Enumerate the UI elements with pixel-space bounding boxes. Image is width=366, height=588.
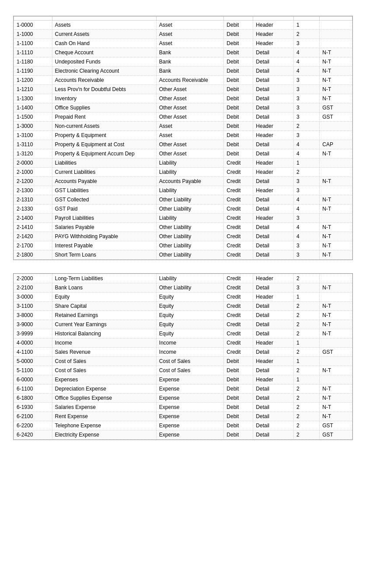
table-cell: Debit: [224, 67, 253, 76]
table-cell: [320, 39, 352, 48]
table-cell: Credit: [224, 283, 253, 292]
table-cell: 6-2200: [14, 421, 52, 430]
table-cell: Accounts Payable: [52, 177, 156, 186]
table-row: 1-1000Current AssetsAssetDebitHeader2: [14, 30, 352, 39]
table-cell: Detail: [253, 283, 294, 292]
table-body: 1-0000AssetsAssetDebitHeader11-1000Curre…: [14, 21, 352, 260]
table-cell: 1-3110: [14, 140, 52, 149]
table-cell: 2-1420: [14, 232, 52, 241]
table-cell: GST: [320, 348, 352, 357]
table-cell: Short Term Loans: [52, 250, 156, 260]
table-cell: 2-1400: [14, 214, 52, 223]
table-cell: 5-1100: [14, 366, 52, 375]
table-cell: Credit: [224, 232, 253, 241]
table-cell: Inventory: [52, 94, 156, 103]
table-cell: 1: [294, 21, 320, 30]
table-cell: Electronic Clearing Account: [52, 67, 156, 76]
table-cell: Detail: [253, 421, 294, 430]
table-cell: N-T: [320, 366, 352, 375]
table-cell: [320, 30, 352, 39]
table-cell: 2-1000: [14, 168, 52, 177]
table-row: 1-3110Property & Equipment at CostOther …: [14, 140, 352, 149]
table-row: 2-1310GST CollectedOther LiabilityCredit…: [14, 195, 352, 204]
table-cell: Liability: [156, 274, 224, 283]
table-cell: Bank: [156, 67, 224, 76]
table-cell: 1-1210: [14, 85, 52, 94]
table-row: 1-1200Accounts ReceivableAccounts Receiv…: [14, 76, 352, 85]
table-cell: Current Assets: [52, 30, 156, 39]
table-cell: [320, 357, 352, 366]
table-cell: 5-0000: [14, 357, 52, 366]
table-row: 3-0000EquityEquityCreditHeader1: [14, 292, 352, 302]
table-cell: Current Liabilities: [52, 168, 156, 177]
table-row: 3-8000Retained EarningsEquityCreditDetai…: [14, 311, 352, 320]
table-cell: 4: [294, 57, 320, 67]
table-cell: Header: [253, 158, 294, 168]
table-cell: Equity: [156, 320, 224, 329]
table-cell: 1-1400: [14, 103, 52, 113]
table-cell: Header: [253, 375, 294, 384]
table-row: 2-1410Salaries PayableOther LiabilityCre…: [14, 223, 352, 232]
table-cell: 2: [294, 403, 320, 412]
table-cell: Credit: [224, 274, 253, 283]
table-cell: Credit: [224, 338, 253, 348]
table-cell: 2: [294, 366, 320, 375]
table-row: 2-0000LiabilitiesLiabilityCreditHeader1: [14, 158, 352, 168]
table-cell: 1-1190: [14, 67, 52, 76]
table-cell: Debit: [224, 103, 253, 113]
table-cell: [320, 214, 352, 223]
table-cell: 2: [294, 384, 320, 394]
table-cell: Asset: [156, 131, 224, 140]
table-cell: Bank: [156, 48, 224, 57]
table-cell: PAYG Withholding Payable: [52, 232, 156, 241]
table-cell: [320, 21, 352, 30]
col-header-account: [52, 17, 156, 21]
table-cell: Credit: [224, 204, 253, 214]
table-cell: 1: [294, 375, 320, 384]
table-cell: Detail: [253, 384, 294, 394]
table-cell: Detail: [253, 223, 294, 232]
table-cell: N-T: [320, 223, 352, 232]
table-row: 1-0000AssetsAssetDebitHeader1: [14, 21, 352, 30]
table-cell: Cost of Sales: [156, 366, 224, 375]
table-cell: Detail: [253, 57, 294, 67]
table-cell: Header: [253, 21, 294, 30]
table-cell: 3-1100: [14, 302, 52, 311]
table-row: 1-1300InventoryOther AssetDebitDetail3N-…: [14, 94, 352, 103]
table-cell: N-T: [320, 76, 352, 85]
table-cell: CAP: [320, 140, 352, 149]
table-cell: Payroll Liabilities: [52, 214, 156, 223]
table-cell: GST: [320, 421, 352, 430]
table-cell: Expense: [156, 421, 224, 430]
table-cell: 2-1310: [14, 195, 52, 204]
table-cell: Credit: [224, 348, 253, 357]
table-row: 6-2200Telephone ExpenseExpenseDebitDetai…: [14, 421, 352, 430]
table-cell: Detail: [253, 85, 294, 94]
table-cell: Debit: [224, 30, 253, 39]
table-row: 4-0000IncomeIncomeCreditHeader1: [14, 338, 352, 348]
table-cell: N-T: [320, 320, 352, 329]
table-cell: Historical Balancing: [52, 329, 156, 338]
table-cell: Liability: [156, 168, 224, 177]
table-cell: Debit: [224, 384, 253, 394]
table-cell: Other Asset: [156, 94, 224, 103]
table-cell: [320, 122, 352, 131]
table-cell: Expense: [156, 403, 224, 412]
table-cell: [320, 131, 352, 140]
table-cell: N-T: [320, 302, 352, 311]
table-cell: Less Prov'n for Doubtful Debts: [52, 85, 156, 94]
table-cell: Debit: [224, 85, 253, 94]
table-cell: Debit: [224, 122, 253, 131]
table-cell: GST Liabilities: [52, 186, 156, 195]
table-cell: Income: [156, 338, 224, 348]
table-row: 6-1930Salaries ExpenseExpenseDebitDetail…: [14, 403, 352, 412]
table-cell: Debit: [224, 403, 253, 412]
table-cell: 2: [294, 421, 320, 430]
table-cell: 3: [294, 241, 320, 250]
table-cell: 6-0000: [14, 375, 52, 384]
table-cell: 6-1100: [14, 384, 52, 394]
table-cell: Header: [253, 131, 294, 140]
table-cell: Debit: [224, 94, 253, 103]
table-cell: Asset: [156, 39, 224, 48]
table-cell: 1: [294, 158, 320, 168]
